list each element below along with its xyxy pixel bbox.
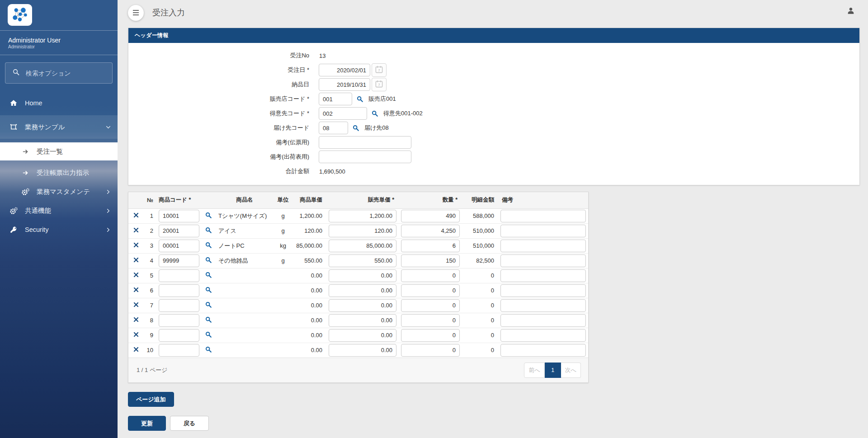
sidebar-item-juchu-ichiran[interactable]: 受注一覧 <box>0 142 118 160</box>
line-remark-input[interactable] <box>500 284 586 297</box>
quantity-input[interactable] <box>401 284 460 297</box>
dealer-code-input[interactable] <box>319 93 352 105</box>
shipto-search-icon[interactable] <box>352 124 359 132</box>
delete-row-icon[interactable] <box>133 257 139 263</box>
sidebar-item-gyomu-master[interactable]: 業務マスタメンテ <box>0 182 118 201</box>
remark-slip-input[interactable] <box>319 136 411 149</box>
product-code-input[interactable] <box>159 240 199 252</box>
delivery-date-calendar-button[interactable]: 7 <box>372 78 387 91</box>
product-search-icon[interactable] <box>205 226 212 234</box>
product-search-icon[interactable] <box>205 212 212 219</box>
product-search-icon[interactable] <box>205 346 212 353</box>
quantity-input[interactable] <box>401 269 460 282</box>
product-code-input[interactable] <box>159 314 199 327</box>
sales-price-input[interactable] <box>329 225 396 237</box>
delete-row-icon[interactable] <box>133 212 139 218</box>
sales-price-input[interactable] <box>329 299 396 312</box>
delete-row-icon[interactable] <box>133 242 139 248</box>
sidebar-item-home[interactable]: Home <box>0 94 118 113</box>
remark-shipping-input[interactable] <box>319 151 411 163</box>
menu-toggle-button[interactable] <box>128 5 144 21</box>
shipto-code-input[interactable] <box>319 122 348 134</box>
delete-row-icon[interactable] <box>133 227 139 233</box>
column-header: 数量 * <box>399 192 462 208</box>
line-remark-input[interactable] <box>500 329 586 342</box>
add-page-button[interactable]: ページ追加 <box>128 392 174 407</box>
sidebar-search-box[interactable] <box>5 62 113 84</box>
line-remark-input[interactable] <box>500 254 586 267</box>
quantity-input[interactable] <box>401 254 460 267</box>
sales-price-input[interactable] <box>329 240 396 252</box>
product-search-cell <box>202 343 215 358</box>
unit: g <box>274 208 292 223</box>
sidebar-item-kyotsu-kino[interactable]: 共通機能 <box>0 201 118 220</box>
sales-price-cell <box>326 343 399 358</box>
quantity-input[interactable] <box>401 210 460 222</box>
sidebar-item-security[interactable]: Security <box>0 220 118 239</box>
sidebar-search-input[interactable] <box>25 69 105 77</box>
customer-code-input[interactable] <box>319 107 367 120</box>
delete-row-icon[interactable] <box>133 302 139 307</box>
delete-row-icon[interactable] <box>133 272 139 278</box>
product-name: Tシャツ(Mサイズ) <box>215 208 274 223</box>
product-code-input[interactable] <box>159 299 199 312</box>
delete-row-icon[interactable] <box>133 317 139 322</box>
user-account-button[interactable] <box>844 6 858 17</box>
update-button[interactable]: 更新 <box>128 416 166 431</box>
quantity-input[interactable] <box>401 299 460 312</box>
customer-search-icon[interactable] <box>371 110 378 117</box>
app-logo[interactable] <box>8 4 32 26</box>
quantity-cell <box>399 328 462 343</box>
product-search-icon[interactable] <box>205 256 212 264</box>
sales-price-input[interactable] <box>329 329 396 342</box>
sales-price-input[interactable] <box>329 254 396 267</box>
sidebar-item-gyomu-sample[interactable]: 業務サンプル <box>0 115 118 139</box>
product-code-input[interactable] <box>159 329 199 342</box>
line-remark-input[interactable] <box>500 269 586 282</box>
row-number: 8 <box>144 313 156 328</box>
sales-price-input[interactable] <box>329 210 396 222</box>
line-remark-input[interactable] <box>500 225 586 237</box>
product-code-input[interactable] <box>159 284 199 297</box>
delete-row-icon[interactable] <box>133 347 139 352</box>
product-code-input[interactable] <box>159 344 199 357</box>
product-search-icon[interactable] <box>205 316 212 323</box>
product-code-input[interactable] <box>159 210 199 222</box>
delete-row-icon[interactable] <box>133 287 139 292</box>
sales-price-input[interactable] <box>329 269 396 282</box>
line-remark-input[interactable] <box>500 299 586 312</box>
back-button[interactable]: 戻る <box>170 416 209 431</box>
line-remark-input[interactable] <box>500 344 586 357</box>
quantity-input[interactable] <box>401 225 460 237</box>
line-remark-input[interactable] <box>500 314 586 327</box>
product-search-icon[interactable] <box>205 286 212 293</box>
delete-row-icon[interactable] <box>133 332 139 337</box>
user-name: Administrator User <box>8 37 118 44</box>
next-page-button[interactable]: 次へ <box>561 363 581 378</box>
quantity-input[interactable] <box>401 329 460 342</box>
sidebar-item-juchu-chohyo[interactable]: 受注帳票出力指示 <box>0 163 118 182</box>
dealer-search-icon[interactable] <box>356 95 363 103</box>
quantity-input[interactable] <box>401 314 460 327</box>
current-page-button[interactable]: 1 <box>545 363 561 378</box>
quantity-input[interactable] <box>401 240 460 252</box>
sales-price-input[interactable] <box>329 344 396 357</box>
order-date-calendar-button[interactable]: 7 <box>372 63 387 77</box>
line-remark-input[interactable] <box>500 210 586 222</box>
product-code-input[interactable] <box>159 269 199 282</box>
delivery-date-input[interactable] <box>319 78 370 91</box>
sales-price-input[interactable] <box>329 314 396 327</box>
order-date-input[interactable] <box>319 64 370 76</box>
product-code-input[interactable] <box>159 254 199 267</box>
prev-page-button[interactable]: 前へ <box>524 363 544 378</box>
product-search-icon[interactable] <box>205 271 212 278</box>
product-search-icon[interactable] <box>205 331 212 338</box>
sidebar-item-label: 受注一覧 <box>37 147 63 156</box>
quantity-input[interactable] <box>401 344 460 357</box>
line-remark-input[interactable] <box>500 240 586 252</box>
product-code-input[interactable] <box>159 225 199 237</box>
product-search-icon[interactable] <box>205 241 212 249</box>
product-search-icon[interactable] <box>205 301 212 308</box>
gears-icon <box>21 188 30 196</box>
sales-price-input[interactable] <box>329 284 396 297</box>
